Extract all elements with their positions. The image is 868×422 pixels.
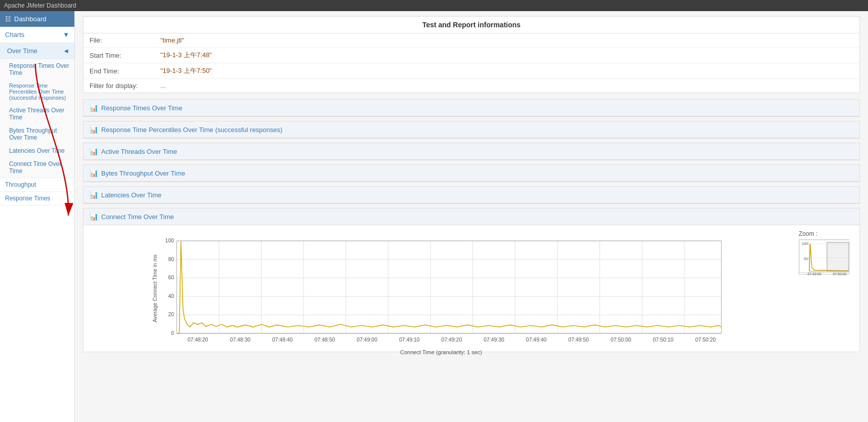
chart-bar-icon: 📊 — [90, 213, 98, 221]
zoom-label: Zoom : — [799, 230, 854, 237]
sidebar-item-response-time-percentiles[interactable]: Response Time Percentiles Over Time (suc… — [0, 79, 74, 104]
section-title-1: Response Time Percentiles Over Time (suc… — [101, 126, 282, 134]
svg-text:07:49:00: 07:49:00 — [357, 337, 377, 343]
info-label: Start Time: — [83, 48, 154, 63]
chart-icon-0: 📊 — [90, 104, 98, 112]
section-panel-3: 📊 Bytes Throughput Over Time — [83, 164, 860, 182]
dashboard-label: Dashboard — [14, 15, 47, 23]
chevron-left-icon: ◄ — [63, 47, 69, 55]
chart-icon-4: 📊 — [90, 191, 98, 199]
info-table: File:"time.jtl"Start Time:"19-1-3 上午7:48… — [83, 33, 859, 93]
info-label: End Time: — [83, 63, 154, 79]
sidebar-charts[interactable]: Charts ▼ — [0, 27, 74, 43]
info-label: File: — [83, 33, 154, 48]
svg-text:50: 50 — [804, 257, 808, 261]
section-panel-1: 📊 Response Time Percentiles Over Time (s… — [83, 121, 860, 139]
svg-text:07:48:30: 07:48:30 — [230, 337, 250, 343]
svg-text:100: 100 — [802, 241, 809, 246]
connect-time-panel: 📊 Connect Time Over Time Average Connect… — [83, 208, 860, 352]
svg-text:07:50:20: 07:50:20 — [695, 337, 716, 343]
section-panel-4: 📊 Latencies Over Time — [83, 186, 860, 204]
section-title-4: Latencies Over Time — [101, 191, 161, 199]
svg-text:07:48:20: 07:48:20 — [188, 337, 208, 343]
sidebar-item-latencies[interactable]: Latencies Over Time — [0, 144, 74, 157]
charts-label: Charts — [5, 31, 24, 38]
x-grid-lines — [219, 241, 684, 333]
sidebar: ☷ Dashboard Charts ▼ Over Time ◄ Respons… — [0, 11, 75, 422]
section-panel-0: 📊 Response Times Over Time — [83, 99, 860, 117]
chart-container: Average Connect Time in ms — [83, 225, 859, 352]
svg-text:07:49:30: 07:49:30 — [484, 337, 504, 343]
svg-text:07:50:10: 07:50:10 — [653, 337, 674, 343]
svg-text:07:49:00: 07:49:00 — [807, 272, 821, 275]
chart-data-line — [177, 241, 721, 333]
zoom-box[interactable]: 100 50 — [799, 239, 849, 275]
svg-text:20: 20 — [168, 312, 174, 317]
title-text: Apache JMeter Dashboard — [4, 2, 76, 9]
info-value: "19-1-3 上午7:50" — [154, 63, 859, 79]
section-header-3[interactable]: 📊 Bytes Throughput Over Time — [83, 165, 859, 182]
info-table-container: Test and Report informations File:"time.… — [83, 16, 860, 93]
svg-text:40: 40 — [168, 293, 174, 299]
y-axis-label: Average Connect Time in ms — [152, 255, 158, 322]
zoom-svg: 100 50 — [799, 240, 850, 275]
section-title-0: Response Times Over Time — [101, 104, 182, 112]
svg-text:07:48:40: 07:48:40 — [272, 337, 293, 343]
over-time-label: Over Time — [7, 47, 37, 55]
sidebar-item-response-times[interactable]: Response Times — [0, 192, 74, 205]
sidebar-item-throughput[interactable]: Throughput — [0, 178, 74, 192]
sidebar-item-connect-time[interactable]: Connect Time Over Time — [0, 157, 74, 178]
section-header-2[interactable]: 📊 Active Threads Over Time — [83, 143, 859, 160]
svg-text:100: 100 — [165, 238, 175, 243]
sidebar-dashboard[interactable]: ☷ Dashboard — [0, 11, 74, 27]
info-value: "time.jtl" — [154, 33, 859, 48]
section-panel-2: 📊 Active Threads Over Time — [83, 143, 860, 160]
svg-text:07:50:00: 07:50:00 — [833, 272, 846, 275]
section-header-4[interactable]: 📊 Latencies Over Time — [83, 187, 859, 203]
dashboard-icon: ☷ — [5, 15, 11, 23]
info-table-row: Filter for display:... — [83, 79, 859, 93]
info-label: Filter for display: — [83, 79, 154, 93]
sidebar-item-response-times-over-time[interactable]: Response Times Over Time — [0, 59, 74, 79]
x-axis-labels: 07:48:20 07:48:30 07:48:40 07:48:50 07:4… — [188, 337, 716, 343]
main-content: Test and Report informations File:"time.… — [75, 11, 868, 422]
svg-text:0: 0 — [171, 330, 174, 336]
svg-text:07:50:00: 07:50:00 — [611, 337, 631, 343]
sections-container: 📊 Response Times Over Time 📊 Response Ti… — [83, 99, 860, 204]
grid-lines — [177, 241, 721, 333]
info-table-row: Start Time:"19-1-3 上午7:48" — [83, 48, 859, 63]
connect-time-title: Connect Time Over Time — [101, 213, 174, 221]
svg-rect-50 — [827, 242, 849, 271]
chart-area: Average Connect Time in ms — [89, 230, 794, 347]
svg-text:07:49:20: 07:49:20 — [442, 337, 462, 343]
x-axis-title: Connect Time (granularity: 1 sec) — [89, 349, 794, 355]
info-table-title: Test and Report informations — [83, 17, 859, 33]
y-axis-labels: 100 80 60 40 20 0 — [165, 238, 175, 336]
info-table-row: File:"time.jtl" — [83, 33, 859, 48]
info-table-row: End Time:"19-1-3 上午7:50" — [83, 63, 859, 79]
chevron-icon: ▼ — [63, 31, 69, 38]
chart-icon-1: 📊 — [90, 125, 98, 134]
zoom-panel: Zoom : 100 50 — [799, 230, 854, 347]
svg-text:07:48:50: 07:48:50 — [315, 337, 335, 343]
section-title-3: Bytes Throughput Over Time — [101, 170, 185, 177]
chart-icon-3: 📊 — [90, 169, 98, 177]
svg-text:07:49:40: 07:49:40 — [526, 337, 547, 343]
chart-svg: Average Connect Time in ms — [89, 230, 794, 347]
sidebar-item-active-threads[interactable]: Active Threads Over Time — [0, 104, 74, 124]
info-value: "19-1-3 上午7:48" — [154, 48, 859, 63]
svg-text:07:49:50: 07:49:50 — [568, 337, 589, 343]
info-value: ... — [154, 79, 859, 93]
title-bar: Apache JMeter Dashboard — [0, 0, 868, 11]
section-title-2: Active Threads Over Time — [101, 148, 177, 155]
chart-icon-2: 📊 — [90, 147, 98, 155]
section-header-1[interactable]: 📊 Response Time Percentiles Over Time (s… — [83, 121, 859, 138]
svg-text:07:49:10: 07:49:10 — [399, 337, 420, 343]
svg-text:80: 80 — [168, 257, 174, 262]
sidebar-item-bytes-throughput[interactable]: Bytes Throughput Over Time — [0, 124, 74, 144]
connect-time-header[interactable]: 📊 Connect Time Over Time — [83, 208, 859, 225]
section-header-0[interactable]: 📊 Response Times Over Time — [83, 100, 859, 116]
sidebar-over-time-section: Over Time ◄ Response Times Over Time Res… — [0, 43, 74, 178]
svg-text:60: 60 — [168, 275, 174, 280]
sidebar-over-time[interactable]: Over Time ◄ — [0, 43, 74, 59]
